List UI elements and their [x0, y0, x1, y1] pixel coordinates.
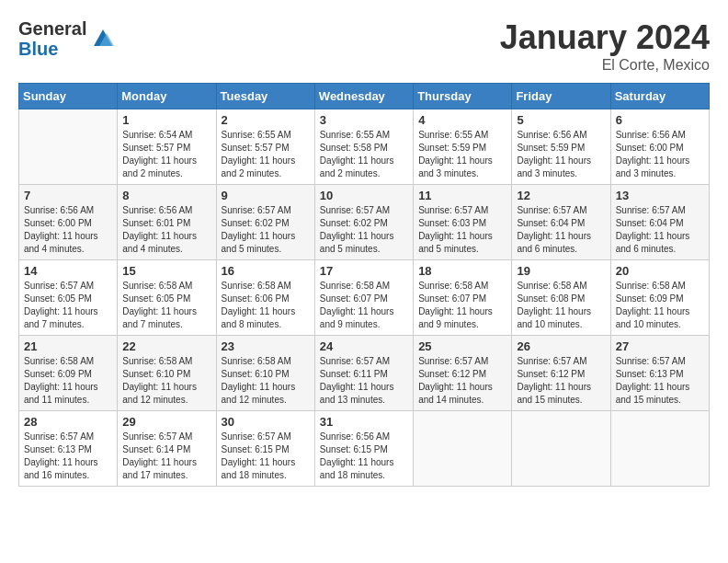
day-number: 31	[320, 415, 408, 429]
day-info: Sunrise: 6:57 AM Sunset: 6:15 PM Dayligh…	[222, 431, 310, 482]
day-cell: 14Sunrise: 6:57 AM Sunset: 6:05 PM Dayli…	[19, 260, 118, 336]
day-cell: 25Sunrise: 6:57 AM Sunset: 6:12 PM Dayli…	[414, 336, 512, 411]
day-cell: 11Sunrise: 6:57 AM Sunset: 6:03 PM Dayli…	[414, 185, 512, 260]
day-number: 19	[517, 264, 605, 278]
day-cell: 15Sunrise: 6:58 AM Sunset: 6:05 PM Dayli…	[118, 260, 216, 336]
day-cell: 7Sunrise: 6:56 AM Sunset: 6:00 PM Daylig…	[19, 185, 118, 260]
day-number: 14	[24, 264, 112, 278]
day-cell: 2Sunrise: 6:55 AM Sunset: 5:57 PM Daylig…	[216, 109, 314, 185]
day-info: Sunrise: 6:58 AM Sunset: 6:07 PM Dayligh…	[320, 280, 408, 331]
day-info: Sunrise: 6:56 AM Sunset: 6:15 PM Dayligh…	[320, 431, 408, 482]
day-cell	[512, 411, 610, 487]
day-number: 8	[122, 189, 210, 202]
day-cell: 3Sunrise: 6:55 AM Sunset: 5:58 PM Daylig…	[314, 109, 413, 185]
day-number: 30	[222, 415, 310, 429]
day-cell: 30Sunrise: 6:57 AM Sunset: 6:15 PM Dayli…	[216, 411, 314, 487]
day-cell: 16Sunrise: 6:58 AM Sunset: 6:06 PM Dayli…	[216, 260, 314, 336]
day-number: 4	[418, 113, 506, 127]
logo: General Blue	[18, 18, 116, 59]
day-info: Sunrise: 6:55 AM Sunset: 5:58 PM Dayligh…	[320, 129, 408, 180]
day-number: 17	[320, 264, 408, 278]
day-info: Sunrise: 6:55 AM Sunset: 5:57 PM Dayligh…	[222, 129, 310, 180]
day-number: 5	[517, 113, 605, 127]
day-info: Sunrise: 6:57 AM Sunset: 6:12 PM Dayligh…	[517, 355, 605, 407]
day-number: 25	[418, 339, 506, 353]
day-number: 27	[616, 339, 704, 353]
day-info: Sunrise: 6:54 AM Sunset: 5:57 PM Dayligh…	[122, 129, 210, 180]
day-number: 26	[517, 339, 605, 353]
day-cell: 13Sunrise: 6:57 AM Sunset: 6:04 PM Dayli…	[610, 185, 709, 260]
header-cell-monday: Monday	[118, 84, 216, 109]
logo-blue: Blue	[18, 39, 86, 59]
day-cell: 12Sunrise: 6:57 AM Sunset: 6:04 PM Dayli…	[512, 185, 610, 260]
day-info: Sunrise: 6:57 AM Sunset: 6:05 PM Dayligh…	[24, 280, 112, 331]
day-number: 9	[222, 189, 310, 202]
day-info: Sunrise: 6:58 AM Sunset: 6:09 PM Dayligh…	[24, 355, 112, 407]
header-cell-friday: Friday	[512, 84, 610, 109]
day-cell: 18Sunrise: 6:58 AM Sunset: 6:07 PM Dayli…	[414, 260, 512, 336]
day-info: Sunrise: 6:57 AM Sunset: 6:14 PM Dayligh…	[122, 431, 210, 482]
page-header: General Blue January 2024 El Corte, Mexi…	[18, 18, 710, 74]
day-info: Sunrise: 6:58 AM Sunset: 6:06 PM Dayligh…	[222, 280, 310, 331]
day-info: Sunrise: 6:57 AM Sunset: 6:13 PM Dayligh…	[616, 355, 704, 407]
day-info: Sunrise: 6:58 AM Sunset: 6:09 PM Dayligh…	[616, 280, 704, 331]
day-number: 11	[418, 189, 506, 202]
day-cell: 27Sunrise: 6:57 AM Sunset: 6:13 PM Dayli…	[610, 336, 709, 411]
logo-icon	[90, 26, 116, 52]
day-info: Sunrise: 6:58 AM Sunset: 6:07 PM Dayligh…	[418, 280, 506, 331]
day-number: 12	[517, 189, 605, 202]
day-info: Sunrise: 6:56 AM Sunset: 6:00 PM Dayligh…	[616, 129, 704, 180]
day-cell: 29Sunrise: 6:57 AM Sunset: 6:14 PM Dayli…	[118, 411, 216, 487]
day-cell: 26Sunrise: 6:57 AM Sunset: 6:12 PM Dayli…	[512, 336, 610, 411]
day-info: Sunrise: 6:55 AM Sunset: 5:59 PM Dayligh…	[418, 129, 506, 180]
day-number: 23	[222, 339, 310, 353]
day-cell: 31Sunrise: 6:56 AM Sunset: 6:15 PM Dayli…	[314, 411, 413, 487]
logo-text: General Blue	[18, 18, 86, 59]
day-number: 7	[24, 189, 112, 202]
day-cell: 28Sunrise: 6:57 AM Sunset: 6:13 PM Dayli…	[19, 411, 118, 487]
header-cell-wednesday: Wednesday	[314, 84, 413, 109]
day-info: Sunrise: 6:57 AM Sunset: 6:02 PM Dayligh…	[222, 204, 310, 256]
day-info: Sunrise: 6:56 AM Sunset: 6:00 PM Dayligh…	[24, 204, 112, 256]
day-info: Sunrise: 6:57 AM Sunset: 6:13 PM Dayligh…	[24, 431, 112, 482]
day-info: Sunrise: 6:57 AM Sunset: 6:04 PM Dayligh…	[517, 204, 605, 256]
day-cell: 6Sunrise: 6:56 AM Sunset: 6:00 PM Daylig…	[610, 109, 709, 185]
header-cell-saturday: Saturday	[610, 84, 709, 109]
day-cell	[19, 109, 118, 185]
header-cell-thursday: Thursday	[414, 84, 512, 109]
day-cell: 21Sunrise: 6:58 AM Sunset: 6:09 PM Dayli…	[19, 336, 118, 411]
day-cell: 1Sunrise: 6:54 AM Sunset: 5:57 PM Daylig…	[118, 109, 216, 185]
header-cell-sunday: Sunday	[19, 84, 118, 109]
day-info: Sunrise: 6:58 AM Sunset: 6:08 PM Dayligh…	[517, 280, 605, 331]
day-cell: 19Sunrise: 6:58 AM Sunset: 6:08 PM Dayli…	[512, 260, 610, 336]
calendar-header: SundayMondayTuesdayWednesdayThursdayFrid…	[19, 84, 710, 109]
day-number: 16	[222, 264, 310, 278]
day-info: Sunrise: 6:56 AM Sunset: 5:59 PM Dayligh…	[517, 129, 605, 180]
title-block: January 2024 El Corte, Mexico	[500, 18, 710, 74]
day-cell: 10Sunrise: 6:57 AM Sunset: 6:02 PM Dayli…	[314, 185, 413, 260]
day-cell: 8Sunrise: 6:56 AM Sunset: 6:01 PM Daylig…	[118, 185, 216, 260]
day-number: 21	[24, 339, 112, 353]
day-cell: 22Sunrise: 6:58 AM Sunset: 6:10 PM Dayli…	[118, 336, 216, 411]
day-number: 10	[320, 189, 408, 202]
day-number: 29	[122, 415, 210, 429]
day-number: 20	[616, 264, 704, 278]
day-cell	[414, 411, 512, 487]
day-cell: 20Sunrise: 6:58 AM Sunset: 6:09 PM Dayli…	[610, 260, 709, 336]
day-cell: 5Sunrise: 6:56 AM Sunset: 5:59 PM Daylig…	[512, 109, 610, 185]
day-number: 15	[122, 264, 210, 278]
day-info: Sunrise: 6:58 AM Sunset: 6:10 PM Dayligh…	[222, 355, 310, 407]
day-number: 22	[122, 339, 210, 353]
logo-general: General	[18, 18, 86, 39]
week-row-1: 1Sunrise: 6:54 AM Sunset: 5:57 PM Daylig…	[19, 109, 710, 185]
day-info: Sunrise: 6:57 AM Sunset: 6:11 PM Dayligh…	[320, 355, 408, 407]
calendar-body: 1Sunrise: 6:54 AM Sunset: 5:57 PM Daylig…	[19, 109, 710, 487]
location: El Corte, Mexico	[500, 57, 710, 74]
day-info: Sunrise: 6:58 AM Sunset: 6:10 PM Dayligh…	[122, 355, 210, 407]
week-row-3: 14Sunrise: 6:57 AM Sunset: 6:05 PM Dayli…	[19, 260, 710, 336]
day-info: Sunrise: 6:57 AM Sunset: 6:02 PM Dayligh…	[320, 204, 408, 256]
day-cell: 9Sunrise: 6:57 AM Sunset: 6:02 PM Daylig…	[216, 185, 314, 260]
header-row: SundayMondayTuesdayWednesdayThursdayFrid…	[19, 84, 710, 109]
day-number: 1	[122, 113, 210, 127]
calendar-table: SundayMondayTuesdayWednesdayThursdayFrid…	[18, 83, 710, 487]
